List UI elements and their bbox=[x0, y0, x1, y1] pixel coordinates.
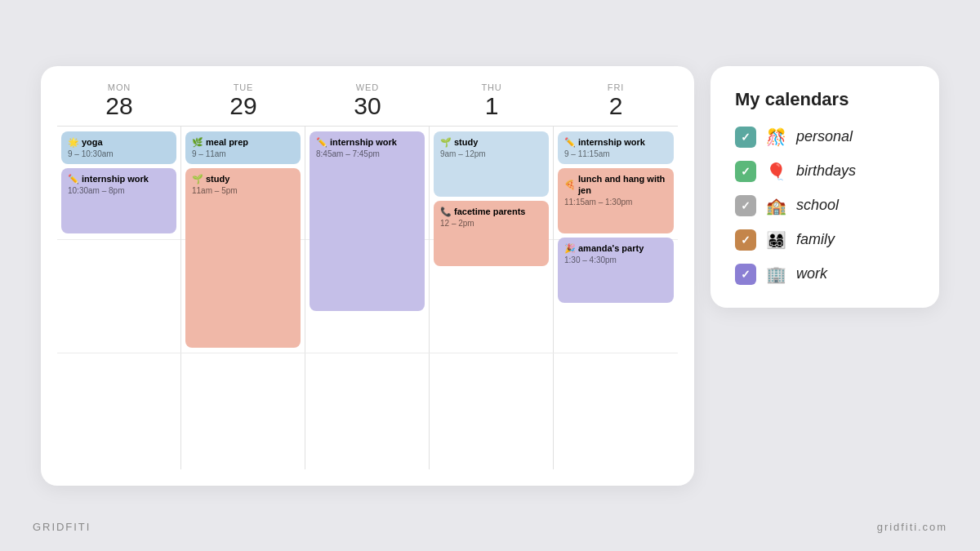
event-block[interactable]: ✏️ internship work 9 – 11:15am bbox=[558, 131, 674, 164]
day-name: TUE bbox=[234, 82, 254, 92]
day-number: 28 bbox=[105, 92, 132, 119]
checkmark-icon: ✓ bbox=[741, 131, 751, 144]
event-title: 🌱 study bbox=[192, 173, 294, 184]
day-header-tue: TUE 29 bbox=[181, 82, 305, 119]
event-emoji: 🍕 bbox=[564, 179, 576, 190]
day-col-wed: ✏️ internship work 8:45am – 7:45pm bbox=[305, 127, 430, 469]
event-title: 🍕 lunch and hang with jen bbox=[564, 173, 667, 197]
event-title: 🎉 amanda's party bbox=[564, 242, 667, 254]
event-name: study bbox=[454, 136, 478, 148]
day-col-fri: ✏️ internship work 9 – 11:15am 🍕 lunch a… bbox=[554, 127, 678, 469]
calendar-header: MON 28 TUE 29 WED 30 THU 1 FRI 2 bbox=[57, 82, 678, 119]
calendars-title: My calendars bbox=[735, 89, 915, 110]
event-title: 🌟 yoga bbox=[68, 136, 170, 148]
day-number: 30 bbox=[354, 92, 381, 119]
day-number: 29 bbox=[229, 92, 256, 119]
calendar-label: work bbox=[796, 265, 827, 282]
event-emoji: 🎉 bbox=[564, 242, 576, 254]
calendar-emoji: 🎊 bbox=[766, 127, 786, 147]
event-time: 11:15am – 1:30pm bbox=[564, 197, 667, 207]
event-title: 📞 facetime parents bbox=[440, 206, 542, 217]
event-name: amanda's party bbox=[578, 242, 644, 254]
calendar-item-work[interactable]: ✓ 🏢 work bbox=[735, 264, 915, 285]
event-title: ✏️ internship work bbox=[564, 136, 667, 148]
event-title: 🌱 study bbox=[440, 136, 542, 148]
calendar-checkbox[interactable]: ✓ bbox=[735, 229, 756, 251]
day-name: THU bbox=[481, 82, 501, 92]
website: gridfiti.com bbox=[877, 521, 947, 533]
event-emoji: ✏️ bbox=[68, 173, 79, 184]
event-block[interactable]: 🍕 lunch and hang with jen 11:15am – 1:30… bbox=[558, 168, 674, 233]
event-emoji: 🌱 bbox=[192, 173, 203, 184]
brand-name: GRIDFITI bbox=[33, 521, 91, 533]
event-name: lunch and hang with jen bbox=[578, 173, 667, 197]
checkmark-icon: ✓ bbox=[741, 233, 751, 247]
event-time: 10:30am – 8pm bbox=[68, 185, 170, 196]
event-block[interactable]: 📞 facetime parents 12 – 2pm bbox=[434, 201, 549, 266]
event-time: 9am – 12pm bbox=[440, 149, 542, 159]
day-number: 2 bbox=[609, 92, 623, 119]
calendar-item-school[interactable]: ✓ 🏫 school bbox=[735, 195, 915, 216]
calendar-item-birthdays[interactable]: ✓ 🎈 birthdays bbox=[735, 161, 915, 182]
event-emoji: 📞 bbox=[440, 206, 452, 217]
event-title: ✏️ internship work bbox=[316, 136, 418, 148]
event-name: yoga bbox=[82, 136, 103, 148]
event-block[interactable]: 🌱 study 9am – 12pm bbox=[434, 131, 549, 197]
calendar-label: family bbox=[796, 231, 835, 248]
calendar-checkbox[interactable]: ✓ bbox=[735, 264, 756, 285]
event-time: 8:45am – 7:45pm bbox=[316, 149, 418, 159]
day-name: WED bbox=[356, 82, 379, 92]
event-block[interactable]: ✏️ internship work 10:30am – 8pm bbox=[61, 168, 176, 233]
event-name: internship work bbox=[578, 136, 645, 148]
calendar-checkbox[interactable]: ✓ bbox=[735, 161, 756, 182]
event-block[interactable]: 🌿 meal prep 9 – 11am bbox=[185, 131, 301, 164]
calendar-checkbox[interactable]: ✓ bbox=[735, 195, 756, 216]
event-name: internship work bbox=[330, 136, 397, 148]
day-col-tue: 🌿 meal prep 9 – 11am 🌱 study 11am – 5pm bbox=[181, 127, 305, 469]
event-block[interactable]: ✏️ internship work 8:45am – 7:45pm bbox=[310, 131, 425, 311]
calendar-emoji: 🏫 bbox=[766, 196, 786, 216]
day-header-wed: WED 30 bbox=[305, 82, 430, 119]
day-col-mon: 🌟 yoga 9 – 10:30am ✏️ internship work 10… bbox=[57, 127, 181, 469]
checkmark-icon: ✓ bbox=[741, 199, 751, 212]
calendar-emoji: 🎈 bbox=[766, 162, 786, 181]
calendar-emoji: 👨‍👩‍👧‍👦 bbox=[766, 230, 786, 250]
day-header-fri: FRI 2 bbox=[554, 82, 678, 119]
event-name: study bbox=[206, 173, 229, 184]
checkmark-icon: ✓ bbox=[741, 165, 751, 178]
day-header-thu: THU 1 bbox=[430, 82, 554, 119]
event-block[interactable]: 🎉 amanda's party 1:30 – 4:30pm bbox=[558, 238, 674, 303]
footer: GRIDFITI gridfiti.com bbox=[0, 521, 980, 533]
calendar-label: school bbox=[796, 197, 839, 214]
event-title: 🌿 meal prep bbox=[192, 136, 294, 148]
event-time: 11am – 5pm bbox=[192, 185, 294, 196]
event-time: 1:30 – 4:30pm bbox=[564, 255, 667, 265]
calendar-item-personal[interactable]: ✓ 🎊 personal bbox=[735, 127, 915, 148]
calendar-card: MON 28 TUE 29 WED 30 THU 1 FRI 2 🌟 yoga … bbox=[41, 66, 694, 486]
day-name: FRI bbox=[608, 82, 624, 92]
calendar-emoji: 🏢 bbox=[766, 264, 786, 284]
calendars-list: ✓ 🎊 personal ✓ 🎈 birthdays ✓ 🏫 school ✓ … bbox=[735, 127, 915, 285]
calendar-label: personal bbox=[796, 128, 853, 145]
event-emoji: ✏️ bbox=[564, 136, 576, 148]
event-time: 12 – 2pm bbox=[440, 218, 542, 229]
event-name: facetime parents bbox=[454, 206, 525, 217]
event-name: internship work bbox=[82, 173, 149, 184]
day-col-thu: 🌱 study 9am – 12pm 📞 facetime parents 12… bbox=[430, 127, 554, 469]
day-number: 1 bbox=[485, 92, 499, 119]
calendars-card: My calendars ✓ 🎊 personal ✓ 🎈 birthdays … bbox=[710, 66, 939, 308]
calendar-item-family[interactable]: ✓ 👨‍👩‍👧‍👦 family bbox=[735, 229, 915, 251]
event-time: 9 – 11:15am bbox=[564, 149, 667, 159]
event-title: ✏️ internship work bbox=[68, 173, 170, 184]
calendar-checkbox[interactable]: ✓ bbox=[735, 127, 756, 148]
event-emoji: 🌿 bbox=[192, 136, 203, 148]
event-time: 9 – 10:30am bbox=[68, 149, 170, 159]
calendar-grid: 🌟 yoga 9 – 10:30am ✏️ internship work 10… bbox=[57, 126, 678, 469]
event-emoji: 🌟 bbox=[68, 136, 79, 148]
event-emoji: ✏️ bbox=[316, 136, 327, 148]
event-block[interactable]: 🌱 study 11am – 5pm bbox=[185, 168, 301, 348]
day-name: MON bbox=[108, 82, 131, 92]
event-emoji: 🌱 bbox=[440, 136, 452, 148]
calendar-label: birthdays bbox=[796, 162, 856, 180]
event-block[interactable]: 🌟 yoga 9 – 10:30am bbox=[61, 131, 176, 164]
